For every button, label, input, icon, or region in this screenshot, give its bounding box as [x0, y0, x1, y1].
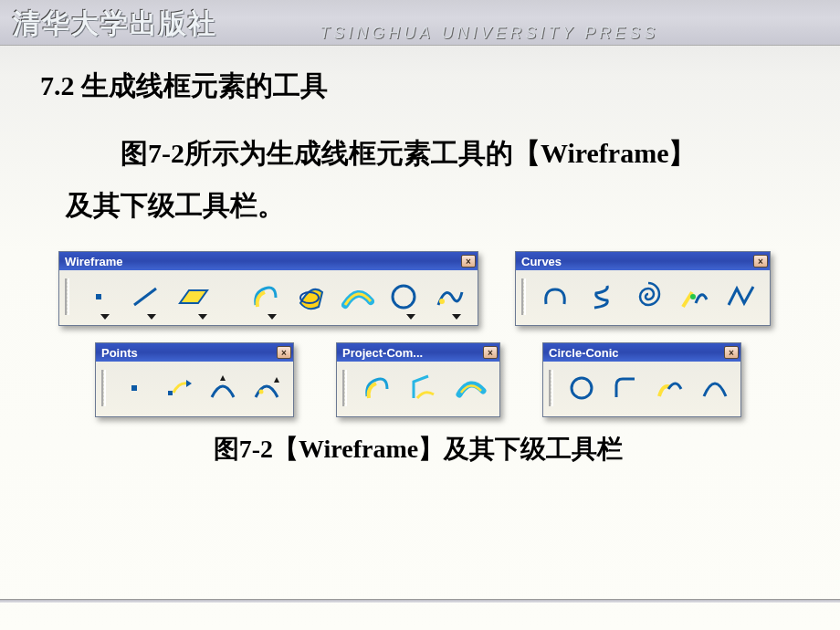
dropdown-arrow-icon[interactable]: [268, 314, 277, 320]
line-icon[interactable]: [126, 278, 163, 316]
toolbars-row-1: Wireframe ×: [58, 251, 796, 326]
titlebar-project[interactable]: Project-Com... ×: [337, 343, 499, 362]
toolbar-wireframe: Wireframe ×: [58, 251, 478, 326]
toolbar-curves: Curves ×: [515, 251, 771, 326]
point-icon[interactable]: [117, 369, 152, 407]
titlebar-wireframe[interactable]: Wireframe ×: [59, 252, 478, 270]
dropdown-arrow-icon[interactable]: [198, 314, 207, 320]
sweep-icon[interactable]: [293, 278, 330, 316]
toolbar-body: [59, 270, 478, 325]
dropdown-arrow-icon[interactable]: [100, 314, 110, 320]
svg-point-12: [258, 390, 263, 394]
reflect-line-icon[interactable]: [452, 369, 490, 407]
helix-icon[interactable]: [583, 278, 621, 316]
close-icon[interactable]: ×: [753, 255, 768, 268]
connect-curve-icon[interactable]: [652, 369, 687, 407]
close-icon[interactable]: ×: [461, 255, 476, 268]
grip-handle[interactable]: [521, 278, 526, 315]
toolbar-circle-conic: Circle-Conic ×: [542, 342, 741, 417]
svg-marker-10: [220, 375, 226, 381]
point-ref-icon[interactable]: [161, 369, 195, 407]
slide-header: 清华大学出版社 TSINGHUA UNIVERSITY PRESS: [0, 0, 840, 46]
svg-marker-2: [180, 290, 207, 303]
toolbar-body: [337, 362, 499, 416]
titlebar-points[interactable]: Points ×: [96, 343, 293, 362]
body-line-1: 图7-2所示为生成线框元素工具的【Wireframe】: [66, 127, 796, 179]
toolbar-title: Circle-Conic: [549, 346, 619, 360]
project-icon[interactable]: [247, 278, 284, 316]
circle-icon[interactable]: [564, 369, 599, 407]
svg-line-1: [134, 289, 156, 305]
connect-icon[interactable]: [677, 278, 714, 316]
toolbar-title: Points: [101, 346, 138, 360]
svg-point-6: [690, 294, 696, 299]
point-icon[interactable]: [80, 278, 117, 316]
close-icon[interactable]: ×: [483, 346, 498, 359]
section-heading: 7.2 生成线框元素的工具: [40, 68, 796, 105]
toolbar-body: [96, 362, 293, 416]
toolbar-body: [516, 270, 770, 325]
grip-handle[interactable]: [65, 278, 69, 315]
titlebar-curves[interactable]: Curves ×: [516, 252, 770, 270]
svg-rect-7: [131, 385, 137, 391]
grip-handle[interactable]: [549, 370, 553, 406]
dropdown-arrow-icon[interactable]: [406, 314, 415, 320]
svg-point-4: [393, 286, 415, 308]
toolbar-points: Points ×: [95, 342, 294, 417]
corner-icon[interactable]: [608, 369, 643, 407]
grip-handle[interactable]: [342, 370, 347, 406]
svg-marker-9: [186, 380, 192, 387]
close-icon[interactable]: ×: [724, 346, 739, 359]
grip-handle[interactable]: [101, 370, 106, 406]
conic-icon[interactable]: [697, 369, 731, 407]
figure-caption: 图7-2【Wireframe】及其下级工具栏: [40, 432, 796, 467]
svg-point-13: [572, 378, 592, 398]
toolbar-project-combine: Project-Com... ×: [336, 342, 500, 417]
combine-icon[interactable]: [405, 369, 444, 407]
svg-rect-0: [96, 294, 101, 299]
dropdown-arrow-icon[interactable]: [147, 314, 156, 320]
curve-edit-icon[interactable]: [432, 278, 468, 316]
project-icon[interactable]: [358, 369, 396, 407]
footer-divider: [0, 599, 840, 603]
slide-content: 7.2 生成线框元素的工具 图7-2所示为生成线框元素工具的【Wireframe…: [0, 46, 840, 467]
polyline-icon[interactable]: [723, 278, 761, 316]
toolbars-row-2: Points × Projec: [95, 342, 796, 417]
toolbar-body: [543, 362, 740, 416]
svg-marker-11: [274, 377, 279, 383]
toolbar-title: Project-Com...: [342, 346, 423, 360]
plane-icon[interactable]: [173, 278, 215, 316]
titlebar-circleconic[interactable]: Circle-Conic ×: [543, 343, 740, 362]
section-body: 图7-2所示为生成线框元素工具的【Wireframe】 及其下级工具栏。: [40, 127, 796, 231]
svg-point-5: [439, 299, 445, 304]
toolbar-title: Curves: [521, 255, 562, 268]
publisher-en: TSINGHUA UNIVERSITY PRESS: [320, 24, 658, 43]
body-line-2: 及其下级工具栏。: [66, 179, 796, 231]
toolbar-title: Wireframe: [65, 255, 122, 268]
dropdown-arrow-icon[interactable]: [452, 314, 461, 320]
spline-icon[interactable]: [537, 278, 574, 316]
circle-icon[interactable]: [385, 278, 422, 316]
svg-rect-8: [168, 391, 173, 395]
spiral-icon[interactable]: [630, 278, 667, 316]
extremum-polar-icon[interactable]: [249, 369, 284, 407]
intersect-icon[interactable]: [340, 278, 376, 316]
close-icon[interactable]: ×: [277, 346, 291, 359]
extremum-icon[interactable]: [205, 369, 239, 407]
publisher-cn: 清华大学出版社: [13, 5, 217, 43]
